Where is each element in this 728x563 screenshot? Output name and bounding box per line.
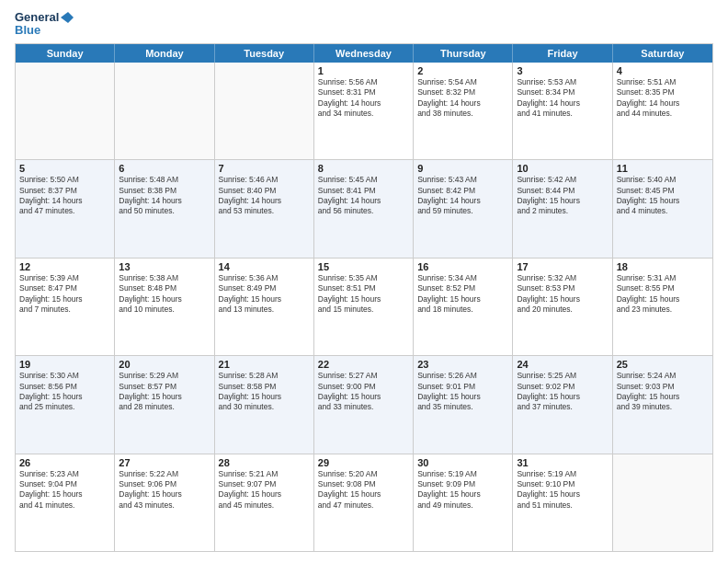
day-info: Sunrise: 5:25 AM Sunset: 9:02 PM Dayligh… [517, 371, 608, 413]
day-number: 10 [517, 163, 608, 174]
day-number: 29 [318, 457, 409, 468]
calendar-row-4: 26Sunrise: 5:23 AM Sunset: 9:04 PM Dayli… [16, 454, 712, 551]
day-info: Sunrise: 5:24 AM Sunset: 9:03 PM Dayligh… [617, 371, 709, 413]
day-info: Sunrise: 5:53 AM Sunset: 8:34 PM Dayligh… [517, 77, 608, 120]
header: General Blue [15, 11, 713, 38]
calendar-cell-2-5: 17Sunrise: 5:32 AM Sunset: 8:53 PM Dayli… [513, 259, 612, 355]
calendar-cell-1-1: 6Sunrise: 5:48 AM Sunset: 8:38 PM Daylig… [115, 160, 214, 257]
calendar-cell-4-6 [613, 454, 712, 551]
day-number: 23 [417, 359, 508, 370]
day-number: 28 [219, 457, 310, 468]
calendar-cell-0-4: 2Sunrise: 5:54 AM Sunset: 8:32 PM Daylig… [414, 63, 513, 159]
day-info: Sunrise: 5:19 AM Sunset: 9:10 PM Dayligh… [517, 469, 608, 511]
day-info: Sunrise: 5:51 AM Sunset: 8:35 PM Dayligh… [617, 77, 709, 120]
calendar-row-1: 5Sunrise: 5:50 AM Sunset: 8:37 PM Daylig… [16, 160, 712, 258]
day-info: Sunrise: 5:54 AM Sunset: 8:32 PM Dayligh… [417, 77, 508, 120]
day-number: 2 [417, 65, 508, 76]
day-number: 30 [417, 457, 508, 468]
calendar-cell-2-1: 13Sunrise: 5:38 AM Sunset: 8:48 PM Dayli… [115, 259, 214, 355]
day-number: 11 [617, 163, 709, 174]
logo-text: General Blue [15, 11, 74, 38]
calendar-cell-0-0 [16, 63, 115, 159]
day-info: Sunrise: 5:56 AM Sunset: 8:31 PM Dayligh… [318, 77, 409, 120]
header-day-thursday: Thursday [414, 44, 513, 63]
day-info: Sunrise: 5:19 AM Sunset: 9:09 PM Dayligh… [417, 469, 508, 511]
day-info: Sunrise: 5:46 AM Sunset: 8:40 PM Dayligh… [219, 175, 310, 217]
header-day-saturday: Saturday [613, 44, 712, 63]
day-number: 6 [119, 163, 210, 174]
svg-marker-0 [61, 12, 74, 23]
logo-blue: Blue [15, 24, 74, 37]
calendar-cell-0-1 [115, 63, 214, 159]
calendar-cell-2-3: 15Sunrise: 5:35 AM Sunset: 8:51 PM Dayli… [314, 259, 414, 355]
calendar-cell-3-1: 20Sunrise: 5:29 AM Sunset: 8:57 PM Dayli… [115, 356, 214, 453]
day-number: 17 [517, 261, 608, 272]
day-number: 31 [517, 457, 608, 468]
day-number: 21 [219, 359, 310, 370]
calendar-cell-1-2: 7Sunrise: 5:46 AM Sunset: 8:40 PM Daylig… [215, 160, 314, 257]
calendar-cell-4-1: 27Sunrise: 5:22 AM Sunset: 9:06 PM Dayli… [115, 454, 214, 551]
calendar-cell-3-3: 22Sunrise: 5:27 AM Sunset: 9:00 PM Dayli… [314, 356, 414, 453]
calendar-body: 1Sunrise: 5:56 AM Sunset: 8:31 PM Daylig… [16, 63, 712, 551]
day-info: Sunrise: 5:40 AM Sunset: 8:45 PM Dayligh… [617, 175, 709, 217]
calendar-cell-2-4: 16Sunrise: 5:34 AM Sunset: 8:52 PM Dayli… [414, 259, 513, 355]
day-info: Sunrise: 5:30 AM Sunset: 8:56 PM Dayligh… [19, 371, 110, 413]
day-number: 16 [417, 261, 508, 272]
calendar-cell-2-2: 14Sunrise: 5:36 AM Sunset: 8:49 PM Dayli… [215, 259, 314, 355]
calendar-cell-0-6: 4Sunrise: 5:51 AM Sunset: 8:35 PM Daylig… [613, 63, 712, 159]
header-day-friday: Friday [513, 44, 612, 63]
calendar-cell-3-2: 21Sunrise: 5:28 AM Sunset: 8:58 PM Dayli… [215, 356, 314, 453]
day-info: Sunrise: 5:32 AM Sunset: 8:53 PM Dayligh… [517, 273, 608, 316]
page: General Blue SundayMondayTuesdayWednesda… [0, 0, 728, 563]
day-info: Sunrise: 5:50 AM Sunset: 8:37 PM Dayligh… [19, 175, 110, 217]
calendar-cell-0-5: 3Sunrise: 5:53 AM Sunset: 8:34 PM Daylig… [513, 63, 612, 159]
logo-arrow-icon [61, 12, 74, 23]
day-info: Sunrise: 5:21 AM Sunset: 9:07 PM Dayligh… [219, 469, 310, 511]
day-number: 1 [318, 65, 409, 76]
logo: General Blue [15, 11, 74, 38]
day-info: Sunrise: 5:43 AM Sunset: 8:42 PM Dayligh… [417, 175, 508, 217]
day-number: 19 [19, 359, 110, 370]
calendar-row-0: 1Sunrise: 5:56 AM Sunset: 8:31 PM Daylig… [16, 63, 712, 160]
day-info: Sunrise: 5:38 AM Sunset: 8:48 PM Dayligh… [119, 273, 210, 316]
day-info: Sunrise: 5:28 AM Sunset: 8:58 PM Dayligh… [219, 371, 310, 413]
day-number: 18 [617, 261, 709, 272]
day-info: Sunrise: 5:27 AM Sunset: 9:00 PM Dayligh… [318, 371, 409, 413]
header-day-tuesday: Tuesday [215, 44, 314, 63]
day-info: Sunrise: 5:35 AM Sunset: 8:51 PM Dayligh… [318, 273, 409, 316]
calendar-cell-1-0: 5Sunrise: 5:50 AM Sunset: 8:37 PM Daylig… [16, 160, 115, 257]
calendar-cell-1-6: 11Sunrise: 5:40 AM Sunset: 8:45 PM Dayli… [613, 160, 712, 257]
header-day-wednesday: Wednesday [314, 44, 414, 63]
day-info: Sunrise: 5:34 AM Sunset: 8:52 PM Dayligh… [417, 273, 508, 316]
day-info: Sunrise: 5:23 AM Sunset: 9:04 PM Dayligh… [19, 469, 110, 511]
calendar-cell-3-4: 23Sunrise: 5:26 AM Sunset: 9:01 PM Dayli… [414, 356, 513, 453]
calendar-cell-4-0: 26Sunrise: 5:23 AM Sunset: 9:04 PM Dayli… [16, 454, 115, 551]
calendar-header: SundayMondayTuesdayWednesdayThursdayFrid… [16, 44, 712, 63]
calendar-cell-2-0: 12Sunrise: 5:39 AM Sunset: 8:47 PM Dayli… [16, 259, 115, 355]
day-info: Sunrise: 5:48 AM Sunset: 8:38 PM Dayligh… [119, 175, 210, 217]
calendar-cell-4-2: 28Sunrise: 5:21 AM Sunset: 9:07 PM Dayli… [215, 454, 314, 551]
day-number: 27 [119, 457, 210, 468]
day-info: Sunrise: 5:26 AM Sunset: 9:01 PM Dayligh… [417, 371, 508, 413]
day-number: 26 [19, 457, 110, 468]
day-number: 7 [219, 163, 310, 174]
day-number: 14 [219, 261, 310, 272]
calendar-cell-1-5: 10Sunrise: 5:42 AM Sunset: 8:44 PM Dayli… [513, 160, 612, 257]
day-number: 24 [517, 359, 608, 370]
calendar-cell-2-6: 18Sunrise: 5:31 AM Sunset: 8:55 PM Dayli… [613, 259, 712, 355]
day-info: Sunrise: 5:20 AM Sunset: 9:08 PM Dayligh… [318, 469, 409, 511]
day-number: 20 [119, 359, 210, 370]
day-info: Sunrise: 5:39 AM Sunset: 8:47 PM Dayligh… [19, 273, 110, 316]
day-number: 8 [318, 163, 409, 174]
day-number: 22 [318, 359, 409, 370]
day-info: Sunrise: 5:22 AM Sunset: 9:06 PM Dayligh… [119, 469, 210, 511]
header-day-sunday: Sunday [16, 44, 115, 63]
day-number: 15 [318, 261, 409, 272]
day-number: 4 [617, 65, 709, 76]
calendar-row-2: 12Sunrise: 5:39 AM Sunset: 8:47 PM Dayli… [16, 259, 712, 356]
calendar-cell-3-0: 19Sunrise: 5:30 AM Sunset: 8:56 PM Dayli… [16, 356, 115, 453]
day-info: Sunrise: 5:45 AM Sunset: 8:41 PM Dayligh… [318, 175, 409, 217]
calendar-cell-4-3: 29Sunrise: 5:20 AM Sunset: 9:08 PM Dayli… [314, 454, 414, 551]
day-info: Sunrise: 5:31 AM Sunset: 8:55 PM Dayligh… [617, 273, 709, 316]
header-day-monday: Monday [115, 44, 214, 63]
